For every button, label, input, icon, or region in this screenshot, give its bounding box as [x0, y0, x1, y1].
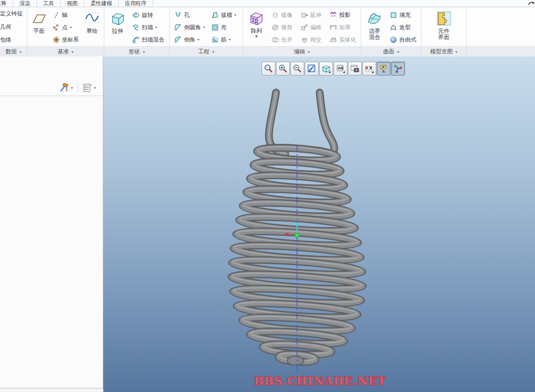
project-icon [329, 11, 337, 19]
chevron-down-icon [308, 51, 310, 54]
model-tree-panel [0, 57, 103, 388]
csys-button[interactable]: 坐标系 [51, 34, 80, 45]
datum-display-filters-icon [364, 64, 374, 73]
menu-tab-bar: 注释 渲染 工具 视图 柔性建模 应用程序 [0, 0, 535, 7]
tab-view[interactable]: 视图 [61, 0, 84, 7]
refit-button[interactable] [262, 62, 275, 76]
swept-blend-button[interactable]: 扫描混合 [131, 34, 165, 45]
merge-button[interactable]: 合并 [270, 34, 296, 45]
extend-button[interactable]: 延伸 [300, 10, 325, 20]
project-button[interactable]: 投影 [328, 10, 357, 20]
extrude-button[interactable]: 拉伸 [106, 8, 129, 46]
saved-views-icon: AB [336, 64, 345, 73]
pattern-button[interactable]: 阵列 [245, 8, 268, 46]
offset-button[interactable]: 偏移 [300, 22, 325, 32]
annotation-display-icon [379, 64, 389, 73]
udf-button[interactable]: 定义特征 [0, 10, 26, 17]
group-label-model-intent[interactable]: 模型意图 [421, 46, 466, 57]
thicken-button[interactable]: 加厚 [328, 22, 357, 32]
mirror-button[interactable]: 镜像 [270, 10, 296, 20]
tree-list-icon [83, 83, 92, 92]
datum-display-filters-button[interactable] [362, 62, 376, 76]
fill-button[interactable]: 填充 [389, 10, 417, 20]
chevron-down-icon [229, 39, 231, 42]
display-style-button[interactable] [319, 62, 333, 76]
axis-button[interactable]: 轴 [51, 10, 80, 20]
tab-annotate[interactable]: 注释 [0, 0, 13, 7]
tab-flexible-modeling[interactable]: 柔性建模 [84, 0, 119, 7]
repaint-icon [307, 64, 317, 73]
chevron-down-icon [71, 87, 73, 90]
ribbon-group-datum: 平面 轴 点 [27, 7, 104, 57]
intersect-button[interactable]: 相交 [300, 34, 325, 45]
chevron-down-icon [70, 27, 72, 29]
sweep-button[interactable]: 扫描 [131, 22, 165, 32]
zoom-out-icon [292, 64, 302, 73]
group-label-shapes[interactable]: 形状 [104, 46, 169, 57]
tab-applications[interactable]: 应用程序 [119, 0, 153, 7]
toolbar-separator [78, 83, 78, 93]
chevron-down-icon [197, 39, 199, 42]
application-window: 注释 渲染 工具 视图 柔性建模 应用程序 定义特征 几何 包络 数据 [0, 0, 535, 392]
sketch-button[interactable]: 草绘 [82, 8, 103, 46]
freestyle-button[interactable]: 自由式 [389, 34, 417, 45]
solidify-icon [329, 36, 337, 44]
draft-button[interactable]: 拔模 [210, 10, 239, 20]
extrude-icon [110, 11, 125, 26]
offset-icon [301, 24, 308, 31]
group-label-get-data[interactable]: 数据 [0, 46, 27, 57]
ribbon-group-editing: 阵列 镜像 [243, 7, 361, 57]
model-tree-toolbar [0, 80, 103, 96]
hole-button[interactable]: 孔 [173, 10, 206, 20]
round-button[interactable]: 倒圆角 [173, 22, 206, 32]
group-label-editing[interactable]: 编辑 [243, 46, 361, 57]
capture-icon [350, 64, 360, 73]
display-style-icon [321, 64, 331, 73]
shrinkwrap-button[interactable]: 包络 [0, 36, 26, 44]
chamfer-button[interactable]: 倒角 [173, 34, 206, 45]
group-label-datum[interactable]: 基准 [27, 46, 104, 57]
csys-icon [52, 36, 60, 44]
style-button[interactable]: 造型 [389, 22, 417, 32]
tree-show-button[interactable] [81, 82, 98, 94]
revolve-button[interactable]: 旋转 [131, 10, 165, 20]
chevron-down-icon [255, 35, 258, 39]
solidify-button[interactable]: 实体化 [328, 34, 357, 45]
repaint-button[interactable] [305, 62, 319, 76]
ribbon-group-surfaces: 边界混合 填充 造型 [361, 7, 421, 57]
tab-tools[interactable]: 工具 [37, 0, 61, 7]
revolve-icon [132, 11, 140, 19]
tree-settings-button[interactable] [57, 82, 75, 94]
component-interface-button[interactable]: 元件界面 [432, 8, 456, 46]
zoom-in-button[interactable] [276, 62, 290, 76]
zoom-out-button[interactable] [290, 62, 304, 76]
rib-button[interactable]: 筋 [210, 34, 239, 45]
ribbon-group-model-intent: 元件界面 模型意图 [421, 7, 467, 57]
trim-button[interactable]: 修剪 [270, 22, 296, 32]
main-area: AB [0, 57, 535, 392]
plane-button[interactable]: 平面 [29, 8, 49, 46]
chamfer-icon [174, 36, 182, 44]
group-label-surfaces[interactable]: 曲面 [361, 46, 421, 57]
point-button[interactable]: 点 [51, 22, 80, 32]
chevron-down-icon [155, 27, 157, 29]
boundary-blend-button[interactable]: 边界混合 [363, 8, 386, 46]
capture-button[interactable] [348, 62, 362, 76]
spin-center-button[interactable] [391, 62, 405, 76]
mirror-icon [271, 11, 279, 19]
chevron-down-icon [234, 14, 236, 17]
spin-center-icon [393, 64, 403, 73]
ribbon-collapse-icon[interactable] [527, 1, 535, 6]
pattern-icon [249, 11, 264, 26]
annotation-display-button[interactable] [377, 62, 391, 76]
shell-icon [211, 24, 219, 31]
svg-text:AB: AB [338, 66, 344, 70]
graphics-viewport[interactable]: AB [103, 57, 535, 392]
group-label-engineering[interactable]: 工程 [170, 46, 243, 57]
copy-geometry-button[interactable]: 几何 [0, 23, 26, 31]
shell-button[interactable]: 壳 [210, 22, 239, 32]
saved-views-button[interactable]: AB [334, 62, 347, 76]
ribbon-group-get-data: 定义特征 几何 包络 数据 [0, 7, 27, 57]
point-icon [52, 24, 60, 31]
tab-render[interactable]: 渲染 [13, 0, 37, 7]
